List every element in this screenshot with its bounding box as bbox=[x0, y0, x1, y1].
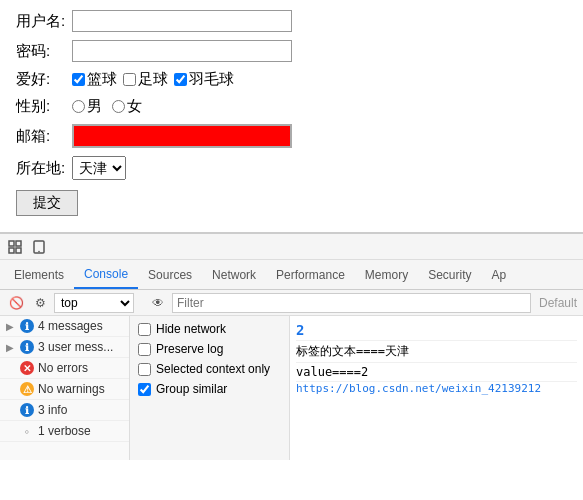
msg-label-5: 1 verbose bbox=[38, 424, 91, 438]
msg-item-2[interactable]: ▶ ✕ No errors bbox=[0, 358, 129, 379]
option-selected-context[interactable]: Selected context only bbox=[138, 362, 281, 376]
msg-item-0[interactable]: ▶ ℹ 4 messages bbox=[0, 316, 129, 337]
msg-item-3[interactable]: ▶ ⚠ No warnings bbox=[0, 379, 129, 400]
log-output: 2 标签的文本====天津 value====2 https://blog.cs… bbox=[290, 316, 583, 460]
tab-application[interactable]: Ap bbox=[482, 261, 517, 289]
info-icon-4: ℹ bbox=[20, 403, 34, 417]
tab-security[interactable]: Security bbox=[418, 261, 481, 289]
filter-input[interactable] bbox=[172, 293, 531, 313]
error-icon-2: ✕ bbox=[20, 361, 34, 375]
tab-memory[interactable]: Memory bbox=[355, 261, 418, 289]
svg-point-5 bbox=[38, 250, 40, 252]
console-content: ▶ ℹ 4 messages ▶ ℹ 3 user mess... ▶ ✕ No… bbox=[0, 316, 583, 460]
tab-performance[interactable]: Performance bbox=[266, 261, 355, 289]
location-select[interactable]: 天津 北京 上海 广州 bbox=[72, 156, 126, 180]
msg-item-1[interactable]: ▶ ℹ 3 user mess... bbox=[0, 337, 129, 358]
verbose-icon-5: ◦ bbox=[20, 424, 34, 438]
tab-elements[interactable]: Elements bbox=[4, 261, 74, 289]
hobby-basketball-label[interactable]: 篮球 bbox=[72, 70, 117, 89]
tab-sources[interactable]: Sources bbox=[138, 261, 202, 289]
tab-network[interactable]: Network bbox=[202, 261, 266, 289]
gender-female-label[interactable]: 女 bbox=[112, 97, 142, 116]
devtools-topbar bbox=[0, 234, 583, 260]
username-input[interactable] bbox=[72, 10, 292, 32]
svg-rect-1 bbox=[16, 241, 21, 246]
message-list: ▶ ℹ 4 messages ▶ ℹ 3 user mess... ▶ ✕ No… bbox=[0, 316, 130, 460]
hobby-badminton-label[interactable]: 羽毛球 bbox=[174, 70, 234, 89]
location-label: 所在地: bbox=[16, 159, 72, 178]
username-row: 用户名: bbox=[16, 10, 567, 32]
options-panel: Hide network Preserve log Selected conte… bbox=[130, 316, 290, 460]
hobby-football-label[interactable]: 足球 bbox=[123, 70, 168, 89]
group-similar-label: Group similar bbox=[156, 382, 227, 396]
option-preserve-log[interactable]: Preserve log bbox=[138, 342, 281, 356]
default-label: Default bbox=[539, 296, 577, 310]
device-icon[interactable] bbox=[28, 236, 50, 258]
log-url[interactable]: https://blog.csdn.net/weixin_42139212 bbox=[296, 382, 577, 395]
svg-rect-3 bbox=[16, 248, 21, 253]
preserve-log-label: Preserve log bbox=[156, 342, 223, 356]
msg-label-3: No warnings bbox=[38, 382, 105, 396]
console-settings-button[interactable]: ⚙ bbox=[30, 293, 50, 313]
msg-label-4: 3 info bbox=[38, 403, 67, 417]
hobby-badminton-checkbox[interactable] bbox=[174, 73, 187, 86]
selected-context-checkbox[interactable] bbox=[138, 363, 151, 376]
selected-context-label: Selected context only bbox=[156, 362, 270, 376]
hobby-checkboxes: 篮球 足球 羽毛球 bbox=[72, 70, 234, 89]
username-label: 用户名: bbox=[16, 12, 72, 31]
clear-console-button[interactable]: 🚫 bbox=[6, 293, 26, 313]
gender-male-label[interactable]: 男 bbox=[72, 97, 102, 116]
inspect-icon[interactable] bbox=[4, 236, 26, 258]
log-line-0: 2 bbox=[296, 320, 577, 341]
info-icon-1: ℹ bbox=[20, 340, 34, 354]
eye-icon: 👁 bbox=[148, 293, 168, 313]
svg-rect-0 bbox=[9, 241, 14, 246]
submit-button[interactable]: 提交 bbox=[16, 190, 78, 216]
preserve-log-checkbox[interactable] bbox=[138, 343, 151, 356]
password-input[interactable] bbox=[72, 40, 292, 62]
option-hide-network[interactable]: Hide network bbox=[138, 322, 281, 336]
devtools-tab-bar: Elements Console Sources Network Perform… bbox=[0, 260, 583, 290]
msg-label-1: 3 user mess... bbox=[38, 340, 113, 354]
warning-icon-3: ⚠ bbox=[20, 382, 34, 396]
msg-item-5[interactable]: ▶ ◦ 1 verbose bbox=[0, 421, 129, 442]
msg-label-2: No errors bbox=[38, 361, 88, 375]
submit-row: 提交 bbox=[16, 188, 567, 216]
email-input[interactable] bbox=[72, 124, 292, 148]
gender-radios: 男 女 bbox=[72, 97, 142, 116]
hobby-row: 爱好: 篮球 足球 羽毛球 bbox=[16, 70, 567, 89]
msg-label-0: 4 messages bbox=[38, 319, 103, 333]
context-select[interactable]: top bbox=[54, 293, 134, 313]
group-similar-checkbox[interactable] bbox=[138, 383, 151, 396]
msg-item-4[interactable]: ▶ ℹ 3 info bbox=[0, 400, 129, 421]
hobby-football-checkbox[interactable] bbox=[123, 73, 136, 86]
devtools-panel: Elements Console Sources Network Perform… bbox=[0, 232, 583, 460]
hobby-basketball-checkbox[interactable] bbox=[72, 73, 85, 86]
email-row: 邮箱: bbox=[16, 124, 567, 148]
svg-rect-2 bbox=[9, 248, 14, 253]
gender-male-radio[interactable] bbox=[72, 100, 85, 113]
gender-female-radio[interactable] bbox=[112, 100, 125, 113]
password-label: 密码: bbox=[16, 42, 72, 61]
password-row: 密码: bbox=[16, 40, 567, 62]
gender-label: 性别: bbox=[16, 97, 72, 116]
info-icon-0: ℹ bbox=[20, 319, 34, 333]
hide-network-label: Hide network bbox=[156, 322, 226, 336]
hide-network-checkbox[interactable] bbox=[138, 323, 151, 336]
expand-icon-0: ▶ bbox=[6, 321, 14, 332]
hobby-label: 爱好: bbox=[16, 70, 72, 89]
email-label: 邮箱: bbox=[16, 127, 72, 146]
form-area: 用户名: 密码: 爱好: 篮球 足球 羽毛球 性别: 男 bbox=[0, 0, 583, 232]
log-line-1: 标签的文本====天津 bbox=[296, 341, 577, 363]
console-toolbar: 🚫 ⚙ top 👁 Default bbox=[0, 290, 583, 316]
expand-icon-1: ▶ bbox=[6, 342, 14, 353]
gender-row: 性别: 男 女 bbox=[16, 97, 567, 116]
location-row: 所在地: 天津 北京 上海 广州 bbox=[16, 156, 567, 180]
tab-console[interactable]: Console bbox=[74, 261, 138, 289]
option-group-similar[interactable]: Group similar bbox=[138, 382, 281, 396]
log-line-2: value====2 bbox=[296, 363, 577, 382]
